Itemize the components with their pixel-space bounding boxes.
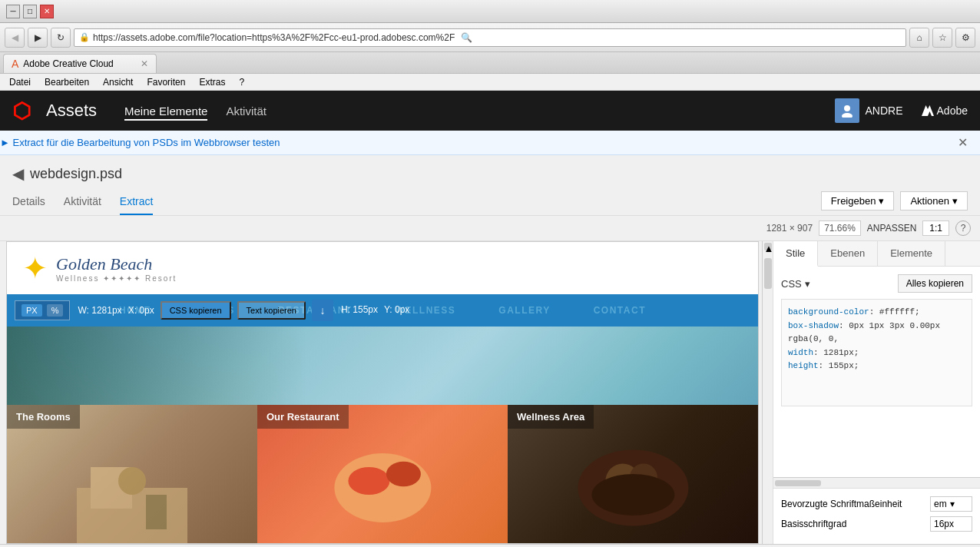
page-header: ◀ webdesign.psd [0, 155, 980, 183]
base-font-setting: Basisschriftgrad 16px [781, 516, 972, 532]
nav-meine-elemente[interactable]: Meine Elemente [124, 101, 207, 121]
main-viewer-area: ✦ Golden Beach Wellness ✦✦✦✦✦ Resort HOM… [0, 240, 980, 544]
window-maximize-btn[interactable]: □ [23, 5, 37, 18]
css-header: CSS ▾ Alles kopieren [781, 274, 972, 293]
tooltip-w: W: 1281px [78, 305, 121, 316]
menu-extras[interactable]: Extras [193, 75, 231, 89]
tooltip-x: X: 0px [128, 305, 154, 316]
address-bar[interactable]: 🔒 https://assets.adobe.com/file?location… [74, 28, 906, 47]
browser-titlebar: ─ □ ✕ [0, 0, 980, 23]
close-tab-icon[interactable]: ✕ [141, 58, 148, 69]
svg-rect-6 [146, 495, 167, 529]
tab-details[interactable]: Details [12, 189, 45, 215]
font-unit-label: Bevorzugte Schriftmaßeinheit [781, 499, 902, 509]
share-button[interactable]: Freigeben ▾ [821, 191, 895, 211]
psd-hero-area: The Rooms [7, 327, 758, 543]
anpassen-button[interactable]: ANPASSEN [867, 223, 916, 234]
adobe-assets-title: Assets [46, 101, 97, 121]
viewer-toolbar: 1281 × 907 71.66% ANPASSEN 1:1 ? [0, 216, 980, 240]
wellness-card[interactable]: Wellness Area [508, 405, 758, 543]
window-close-btn[interactable]: ✕ [40, 5, 54, 18]
css-tab-stile[interactable]: Stile [773, 241, 818, 267]
copy-all-button[interactable]: Alles kopieren [898, 274, 972, 293]
nav-aktivitat[interactable]: Aktivität [226, 101, 267, 121]
zoom-input[interactable]: 71.66% [819, 220, 861, 236]
restaurant-card[interactable]: Our Restaurant [257, 405, 508, 543]
psd-content: ✦ Golden Beach Wellness ✦✦✦✦✦ Resort HOM… [7, 242, 758, 543]
text-copy-button[interactable]: Text kopieren [237, 301, 306, 320]
css-horizontal-scrollbar[interactable] [773, 477, 980, 488]
tooltip-h: H: 155px [341, 304, 378, 315]
svg-point-1 [842, 113, 853, 118]
menu-favoriten[interactable]: Favoriten [141, 75, 191, 89]
tooltip-y: Y: 0px [384, 304, 409, 315]
settings-button[interactable]: ⚙ [955, 28, 975, 48]
css-tooltip-overlay: PX % W: 1281px X: 0px CSS kopieren Text … [7, 294, 758, 327]
home-button[interactable]: ⌂ [909, 28, 929, 48]
font-unit-select[interactable]: em ▾ [930, 496, 972, 512]
restaurant-card-label: Our Restaurant [257, 405, 349, 429]
tooltip-dimensions-2: H: 155px Y: 0px [341, 304, 409, 315]
css-label: CSS ▾ [781, 278, 810, 290]
css-panel: Stile Ebenen Elemente CSS ▾ Alles kopier… [773, 241, 980, 544]
browser-tab-bar: A Adobe Creative Cloud ✕ [0, 52, 980, 74]
dimension-display: 1281 × 907 [766, 223, 813, 234]
favorites-button[interactable]: ☆ [932, 28, 952, 48]
scroll-thumb-v[interactable] [764, 258, 772, 289]
tab-actions: Freigeben ▾ Aktionen ▾ [821, 191, 968, 211]
actions-button[interactable]: Aktionen ▾ [900, 191, 968, 211]
vertical-scrollbar[interactable]: ▲ [762, 241, 773, 544]
psd-canvas[interactable]: ✦ Golden Beach Wellness ✦✦✦✦✦ Resort HOM… [6, 241, 759, 544]
forward-button[interactable]: ▶ [28, 28, 48, 48]
wellness-card-label: Wellness Area [508, 405, 594, 429]
section-cards: The Rooms [7, 405, 758, 543]
download-icon[interactable]: ↓ [312, 300, 333, 321]
refresh-button[interactable]: ↻ [51, 28, 71, 48]
svg-point-5 [118, 467, 146, 495]
adobe-user-section: ANDRE Adobe [835, 98, 968, 123]
menu-datei[interactable]: Datei [3, 75, 37, 89]
ratio-button[interactable]: 1:1 [922, 220, 949, 236]
psd-canvas-wrapper: ✦ Golden Beach Wellness ✦✦✦✦✦ Resort HOM… [0, 241, 773, 544]
golden-beach-logo: ✦ Golden Beach Wellness ✦✦✦✦✦ Resort [22, 250, 177, 286]
css-panel-tabs: Stile Ebenen Elemente [773, 241, 980, 267]
adobe-app-bar: ⬡ Assets Meine Elemente Aktivität ANDRE … [0, 91, 980, 131]
horizontal-scrollbar[interactable]: ◀ ▶ [0, 544, 980, 547]
logo-subtitle: Wellness ✦✦✦✦✦ Resort [56, 274, 177, 283]
css-code-block: background-color: #ffffff; box-shadow: 0… [781, 299, 972, 406]
px-toggle[interactable]: PX [22, 304, 42, 317]
svg-point-0 [844, 105, 850, 111]
rooms-card[interactable]: The Rooms [7, 405, 257, 543]
browser-menu: Datei Bearbeiten Ansicht Favoriten Extra… [0, 74, 980, 91]
tab-aktivitat[interactable]: Aktivität [64, 189, 101, 215]
svg-point-8 [348, 467, 389, 495]
css-tab-elemente[interactable]: Elemente [878, 241, 945, 266]
menu-bearbeiten[interactable]: Bearbeiten [38, 75, 95, 89]
user-avatar [835, 98, 859, 123]
page-tab-bar: Details Aktivität Extract Freigeben ▾ Ak… [0, 189, 980, 216]
menu-ansicht[interactable]: Ansicht [97, 75, 139, 89]
svg-point-13 [591, 474, 674, 516]
back-arrow-icon[interactable]: ◀ [12, 164, 24, 183]
window-minimize-btn[interactable]: ─ [6, 5, 20, 18]
css-scroll-thumb[interactable] [775, 480, 821, 486]
adobe-brand: Adobe [922, 104, 968, 117]
adobe-logo-icon: ⬡ [12, 98, 31, 124]
help-button[interactable]: ? [955, 220, 971, 236]
base-font-input[interactable]: 16px [930, 516, 972, 532]
page-tabs: Details Aktivität Extract [12, 189, 153, 215]
notification-close-btn[interactable]: ✕ [958, 135, 968, 150]
browser-tab[interactable]: A Adobe Creative Cloud ✕ [3, 54, 157, 73]
menu-help[interactable]: ? [233, 75, 250, 89]
scroll-up-arrow[interactable]: ▲ [764, 243, 772, 250]
page-title: webdesign.psd [30, 166, 122, 182]
psd-navigation: HOME ROOMS RESTAURANT WELLNESS GALLERY C… [7, 294, 758, 327]
pct-toggle[interactable]: % [47, 304, 64, 317]
font-unit-setting: Bevorzugte Schriftmaßeinheit em ▾ [781, 496, 972, 512]
css-copy-button[interactable]: CSS kopieren [161, 301, 231, 320]
tab-extract[interactable]: Extract [120, 189, 154, 215]
notification-link[interactable]: ► Extract für die Bearbeitung von PSDs i… [0, 137, 280, 148]
css-tab-ebenen[interactable]: Ebenen [818, 241, 878, 266]
back-button[interactable]: ◀ [5, 28, 25, 48]
notification-bar: ► Extract für die Bearbeitung von PSDs i… [0, 131, 980, 155]
